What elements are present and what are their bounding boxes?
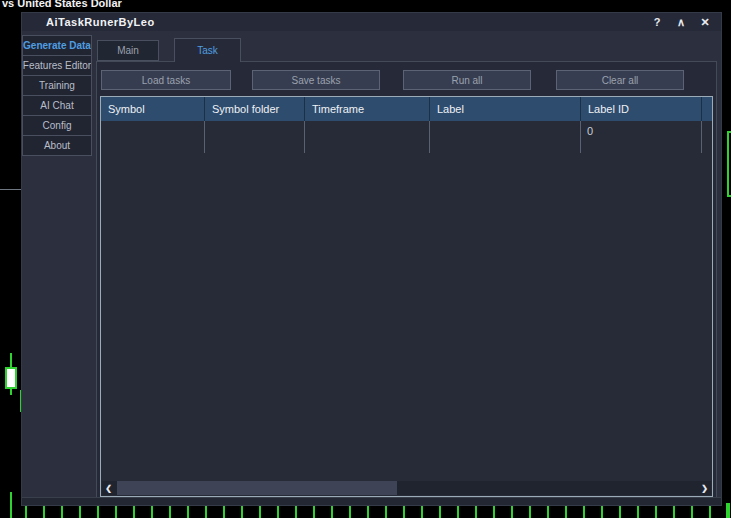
titlebar-buttons: ? ∧ ✕ (651, 13, 711, 31)
chart-tick (295, 506, 297, 518)
chart-tick (331, 506, 333, 518)
chart-tick (583, 506, 585, 518)
column-header-filler (702, 97, 712, 121)
window-title: AiTaskRunerByLeo (46, 16, 155, 28)
chart-tick (169, 506, 171, 518)
chart-price-line (0, 189, 21, 190)
chart-tick (151, 506, 153, 518)
chart-tick (457, 506, 459, 518)
candlestick-wick (10, 353, 12, 367)
candlestick-fragment (726, 503, 730, 518)
chart-tick (493, 506, 495, 518)
window-body: Generate Data Features Editor Training A… (22, 31, 721, 505)
column-header-timeframe[interactable]: Timeframe (305, 97, 430, 121)
screen: vs United States Dollar AiTaskRunerByLeo… (0, 0, 731, 518)
chart-tick (223, 506, 225, 518)
chart-tick (79, 506, 81, 518)
sidebar-item-features-editor[interactable]: Features Editor (22, 55, 92, 76)
sidebar-item-training[interactable]: Training (22, 75, 92, 96)
chart-tick (313, 506, 315, 518)
chart-tick (673, 506, 675, 518)
column-header-symbol-folder[interactable]: Symbol folder (205, 97, 305, 121)
chart-tick (655, 506, 657, 518)
help-button[interactable]: ? (651, 13, 663, 31)
chart-tick (115, 506, 117, 518)
collapse-button[interactable]: ∧ (675, 13, 687, 31)
app-window: AiTaskRunerByLeo ? ∧ ✕ Generate Data Fea… (21, 12, 722, 506)
chart-tick (511, 506, 513, 518)
cell-label[interactable] (430, 121, 581, 153)
tab-task[interactable]: Task (174, 38, 241, 62)
candlestick-fragment (727, 131, 731, 133)
chart-tick (637, 506, 639, 518)
candlestick-fragment (727, 131, 729, 197)
scroll-right-icon[interactable]: ❯ (698, 481, 711, 495)
chart-tick (277, 506, 279, 518)
chart-tick (385, 506, 387, 518)
chart-tick (619, 506, 621, 518)
chart-tick (205, 506, 207, 518)
column-header-label-id[interactable]: Label ID (581, 97, 702, 121)
table-row[interactable]: 0 (101, 121, 712, 153)
clear-all-button[interactable]: Clear all (556, 70, 684, 90)
candlestick-fragment (727, 195, 731, 197)
cell-symbol[interactable] (101, 121, 205, 153)
cell-filler (702, 121, 712, 153)
chart-tick (691, 506, 693, 518)
window-bottom-edge (22, 497, 721, 505)
chart-tick (259, 506, 261, 518)
chart-tick (565, 506, 567, 518)
chart-tick (25, 506, 27, 518)
titlebar[interactable]: AiTaskRunerByLeo ? ∧ ✕ (22, 13, 721, 31)
horizontal-scrollbar[interactable]: ❮ ❯ (102, 481, 711, 495)
sidebar-item-about[interactable]: About (22, 135, 92, 156)
chart-tick (403, 506, 405, 518)
chart-tick (529, 506, 531, 518)
task-pane: Load tasks Save tasks Run all Clear all … (96, 61, 717, 498)
close-button[interactable]: ✕ (699, 13, 711, 31)
column-header-label[interactable]: Label (430, 97, 581, 121)
tasks-table: Symbol Symbol folder Timeframe Label Lab… (100, 96, 713, 497)
chart-tick (367, 506, 369, 518)
cell-label-id[interactable]: 0 (581, 121, 702, 153)
chart-tick (421, 506, 423, 518)
chart-title: vs United States Dollar (2, 0, 122, 9)
chart-tick (43, 506, 45, 518)
load-tasks-button[interactable]: Load tasks (101, 70, 231, 90)
run-all-button[interactable]: Run all (403, 70, 531, 90)
candlestick-body (5, 367, 17, 389)
candlestick-wick (10, 389, 12, 395)
sidebar: Generate Data Features Editor Training A… (22, 36, 92, 156)
sidebar-item-generate-data[interactable]: Generate Data (22, 35, 92, 56)
chart-tick (601, 506, 603, 518)
sidebar-item-config[interactable]: Config (22, 115, 92, 136)
save-tasks-button[interactable]: Save tasks (252, 70, 380, 90)
scroll-left-icon[interactable]: ❮ (102, 481, 115, 495)
scrollbar-thumb[interactable] (117, 481, 397, 495)
tab-main[interactable]: Main (97, 40, 159, 61)
column-header-symbol[interactable]: Symbol (101, 97, 205, 121)
chart-tick (133, 506, 135, 518)
cell-timeframe[interactable] (305, 121, 430, 153)
candlestick-fragment (10, 492, 12, 518)
chart-tick (241, 506, 243, 518)
chart-tick (349, 506, 351, 518)
chart-tick (97, 506, 99, 518)
sidebar-item-ai-chat[interactable]: AI Chat (22, 95, 92, 116)
chart-tick (187, 506, 189, 518)
table-header: Symbol Symbol folder Timeframe Label Lab… (101, 97, 712, 121)
chart-tick (439, 506, 441, 518)
cell-symbol-folder[interactable] (205, 121, 305, 153)
chart-tick (61, 506, 63, 518)
chart-tick (475, 506, 477, 518)
chart-tick (547, 506, 549, 518)
chart-tick (709, 506, 711, 518)
